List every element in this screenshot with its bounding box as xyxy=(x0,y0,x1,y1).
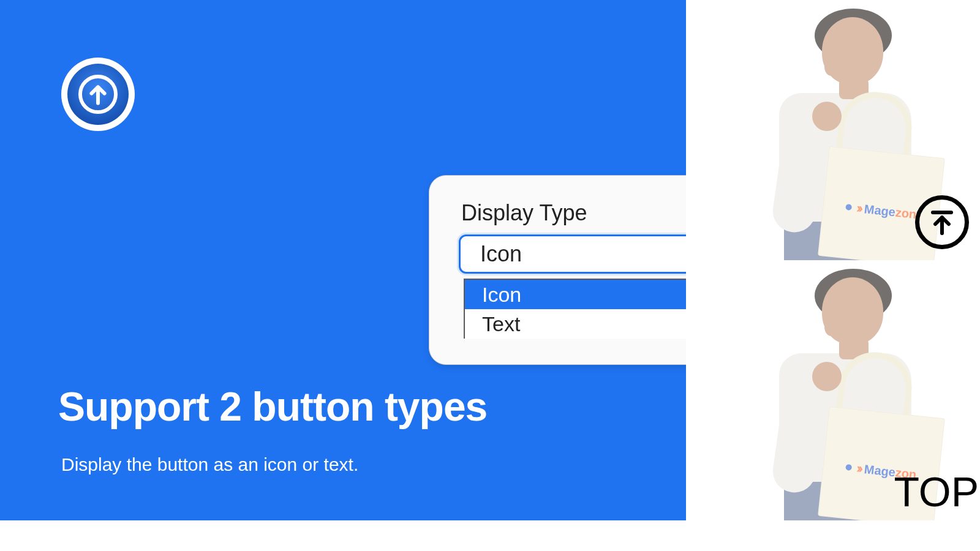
display-type-label: Display Type xyxy=(461,200,587,226)
dropdown-option-icon[interactable]: Icon xyxy=(465,280,686,309)
preview-icon-variant: ›› Magezon xyxy=(686,0,980,260)
display-type-card: Display Type Icon Icon Text xyxy=(429,175,686,365)
hero-subtitle: Display the button as an icon or text. xyxy=(61,454,358,475)
dropdown-option-text[interactable]: Text xyxy=(465,309,686,339)
preview-text-variant: ›› Magezon TOP xyxy=(686,260,980,520)
hero-title: Support 2 button types xyxy=(58,386,487,428)
model-figure: ›› Magezon xyxy=(717,12,949,257)
scroll-to-top-icon-button[interactable] xyxy=(915,195,969,249)
bag-brand-logo: ›› Magezon xyxy=(845,199,917,222)
display-type-selected-value: Icon xyxy=(480,241,522,267)
display-type-dropdown: Icon Text xyxy=(464,279,686,339)
promo-slide: Display Type Icon Icon Text Support 2 bu… xyxy=(0,0,980,551)
scroll-to-top-text-button[interactable]: TOP xyxy=(894,468,979,515)
display-type-select[interactable]: Icon xyxy=(459,234,686,274)
hero-clip: Display Type Icon Icon Text xyxy=(0,0,686,520)
arrow-up-bar-icon xyxy=(927,207,957,238)
hero-panel: Display Type Icon Icon Text Support 2 bu… xyxy=(0,0,686,520)
